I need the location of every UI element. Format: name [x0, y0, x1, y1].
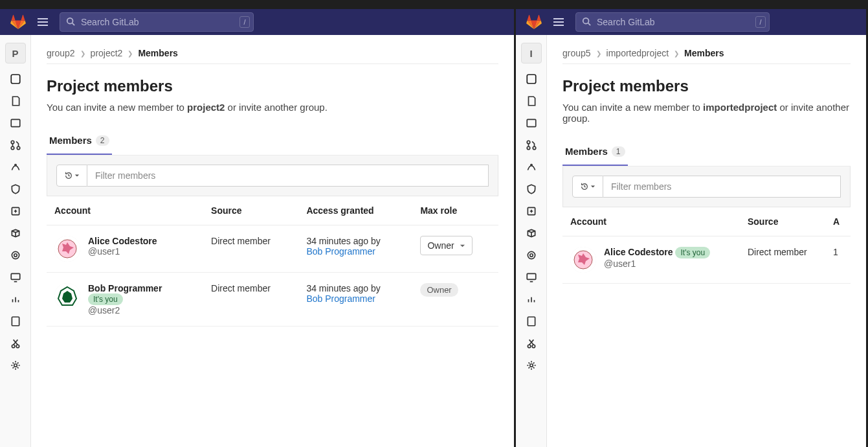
access-time: 34 minutes ago by [306, 236, 380, 246]
monitor-icon[interactable] [525, 271, 538, 284]
svg-point-42 [529, 254, 533, 257]
svg-point-12 [12, 251, 19, 258]
packages-icon[interactable] [9, 227, 22, 240]
avatar[interactable] [54, 236, 80, 262]
svg-rect-34 [527, 74, 536, 84]
member-name[interactable]: Alice Codestore [88, 236, 157, 246]
deployments-icon[interactable] [525, 205, 538, 218]
packages-icon[interactable] [525, 227, 538, 240]
search-input[interactable] [60, 12, 254, 32]
monitor-icon[interactable] [9, 271, 22, 284]
role-dropdown[interactable]: Owner [420, 236, 472, 255]
filter-members-input[interactable] [87, 165, 489, 187]
issues-icon[interactable] [525, 117, 538, 130]
chevron-right-icon: ❯ [128, 50, 133, 57]
member-source: Direct member [740, 236, 825, 284]
chevron-right-icon: ❯ [596, 50, 601, 57]
search-shortcut-key: / [239, 16, 250, 28]
merge-requests-icon[interactable] [9, 139, 22, 152]
member-handle: @user1 [604, 258, 710, 269]
table-row: Bob Programmer It's you @user2 Direct me… [47, 273, 498, 327]
svg-point-21 [16, 345, 19, 348]
project-badge[interactable]: P [5, 43, 26, 63]
project-icon[interactable] [525, 73, 538, 86]
breadcrumb-link[interactable]: group5 [562, 48, 591, 58]
col-account: Account [562, 207, 740, 236]
settings-icon[interactable] [9, 359, 22, 372]
analytics-icon[interactable] [9, 293, 22, 306]
repository-icon[interactable] [9, 95, 22, 108]
tabs: Members 1 [562, 139, 851, 166]
members-table: Account Source A Alice Codestore It's yo… [562, 207, 851, 284]
col-access: A [825, 207, 851, 236]
member-name[interactable]: Bob Programmer [88, 283, 162, 293]
issues-icon[interactable] [9, 117, 22, 130]
gitlab-logo-icon[interactable] [526, 14, 542, 30]
filter-members-input[interactable] [603, 176, 841, 198]
svg-rect-35 [527, 119, 536, 126]
tab-count-badge: 1 [612, 146, 625, 157]
member-access-partial: 1 [825, 236, 851, 284]
member-name[interactable]: Alice Codestore [604, 247, 673, 257]
window-tab-strip [516, 0, 866, 9]
member-handle: @user2 [88, 305, 162, 315]
avatar[interactable] [54, 283, 80, 309]
page-title: Project members [47, 77, 498, 95]
snippets-icon[interactable] [525, 337, 538, 350]
col-source: Source [740, 207, 825, 236]
wiki-icon[interactable] [9, 315, 22, 328]
member-source: Direct member [203, 273, 298, 327]
wiki-icon[interactable] [525, 315, 538, 328]
members-table: Account Source Access granted Max role A… [47, 196, 498, 327]
repository-icon[interactable] [525, 95, 538, 108]
tab-count-badge: 2 [96, 135, 109, 146]
access-by-link[interactable]: Bob Programmer [306, 293, 375, 304]
sort-history-button[interactable] [572, 176, 603, 198]
security-icon[interactable] [525, 183, 538, 196]
svg-point-22 [14, 364, 17, 367]
project-icon[interactable] [9, 73, 22, 86]
its-you-badge: It's you [88, 293, 123, 305]
col-account: Account [47, 196, 203, 225]
svg-point-38 [533, 146, 536, 150]
access-by-link[interactable]: Bob Programmer [306, 246, 375, 257]
filter-bar [47, 155, 498, 196]
sort-history-button[interactable] [56, 165, 87, 187]
cicd-icon[interactable] [525, 161, 538, 174]
search-field: / [575, 12, 770, 32]
its-you-badge: It's you [675, 247, 710, 258]
avatar[interactable] [570, 247, 596, 273]
breadcrumb-link[interactable]: importedproject [606, 48, 669, 58]
svg-rect-6 [11, 119, 20, 126]
member-handle: @user1 [88, 246, 157, 257]
chevron-right-icon: ❯ [80, 50, 85, 57]
svg-point-50 [532, 345, 535, 348]
breadcrumb-link[interactable]: group2 [47, 48, 75, 58]
analytics-icon[interactable] [525, 293, 538, 306]
snippets-icon[interactable] [9, 337, 22, 350]
gitlab-logo-icon[interactable] [10, 14, 26, 30]
search-input[interactable] [575, 12, 770, 32]
tab-members[interactable]: Members 2 [47, 128, 112, 155]
table-row: Alice Codestore It's you @user1 Direct m… [562, 236, 851, 284]
window-tab-strip [0, 0, 514, 9]
col-access: Access granted [298, 196, 412, 225]
page-title: Project members [562, 77, 851, 95]
infra-icon[interactable] [525, 249, 538, 262]
infra-icon[interactable] [9, 249, 22, 262]
table-row: Alice Codestore @user1 Direct member 34 … [47, 225, 498, 273]
hamburger-menu-icon[interactable] [36, 16, 49, 29]
breadcrumb-link[interactable]: project2 [91, 48, 123, 58]
hamburger-menu-icon[interactable] [552, 16, 565, 29]
project-badge[interactable]: I [521, 43, 542, 63]
tab-members[interactable]: Members 1 [562, 139, 628, 166]
settings-icon[interactable] [525, 359, 538, 372]
svg-point-9 [17, 146, 20, 150]
cicd-icon[interactable] [9, 161, 22, 174]
deployments-icon[interactable] [9, 205, 22, 218]
merge-requests-icon[interactable] [525, 139, 538, 152]
left-sidebar: P [0, 35, 31, 447]
svg-point-36 [527, 141, 530, 144]
security-icon[interactable] [9, 183, 22, 196]
svg-point-37 [527, 146, 530, 150]
